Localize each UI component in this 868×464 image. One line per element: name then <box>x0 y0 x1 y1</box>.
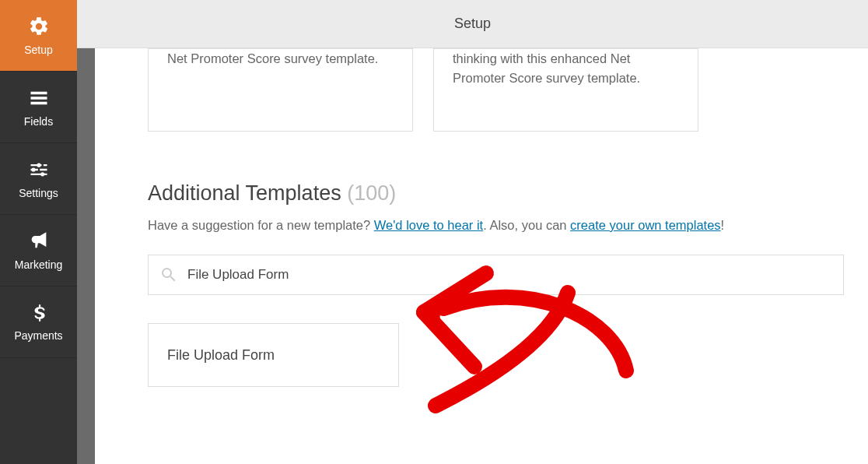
template-result-title: File Upload Form <box>167 347 275 364</box>
sidebar-item-label: Marketing <box>15 258 62 271</box>
template-cards-row: Net Promoter Score survey template. thin… <box>148 48 845 132</box>
card-text: thinking with this enhanced Net Promoter… <box>453 49 679 88</box>
suggest-template-link[interactable]: We'd love to hear it <box>374 218 483 232</box>
svg-point-0 <box>37 163 40 167</box>
list-icon <box>28 87 50 109</box>
svg-point-1 <box>31 167 35 171</box>
additional-templates-title: Additional Templates (100) <box>148 181 845 206</box>
sidebar-item-setup[interactable]: Setup <box>0 0 77 72</box>
sidebar-item-label: Payments <box>14 329 62 342</box>
search-input[interactable] <box>187 267 832 283</box>
sliders-icon <box>28 159 50 181</box>
content-outer: Net Promoter Score survey template. thin… <box>77 48 868 464</box>
bullhorn-icon <box>28 230 50 252</box>
search-icon <box>159 265 178 284</box>
dollar-icon <box>29 303 49 323</box>
template-search[interactable] <box>148 255 844 295</box>
topbar: Setup <box>77 0 868 48</box>
page-title: Setup <box>454 16 491 32</box>
sidebar-item-label: Fields <box>24 115 53 128</box>
svg-point-2 <box>40 172 44 176</box>
sidebar-item-label: Settings <box>19 187 58 199</box>
sidebar: Setup Fields Settings Marketing Payments <box>0 0 77 464</box>
gear-icon <box>28 16 50 37</box>
additional-templates-subtitle: Have a suggestion for a new template? We… <box>148 218 845 233</box>
template-card-nps-enhanced[interactable]: thinking with this enhanced Net Promoter… <box>433 48 698 132</box>
template-result-file-upload[interactable]: File Upload Form <box>148 323 399 387</box>
sidebar-item-marketing[interactable]: Marketing <box>0 215 77 286</box>
template-card-nps[interactable]: Net Promoter Score survey template. <box>148 48 413 132</box>
sidebar-item-fields[interactable]: Fields <box>0 72 77 143</box>
card-text: Net Promoter Score survey template. <box>167 49 378 69</box>
content: Net Promoter Score survey template. thin… <box>95 48 868 464</box>
create-own-templates-link[interactable]: create your own templates <box>570 218 721 232</box>
templates-count: (100) <box>347 181 396 205</box>
sidebar-item-label: Setup <box>24 44 53 56</box>
sidebar-item-payments[interactable]: Payments <box>0 286 77 358</box>
sidebar-item-settings[interactable]: Settings <box>0 143 77 215</box>
